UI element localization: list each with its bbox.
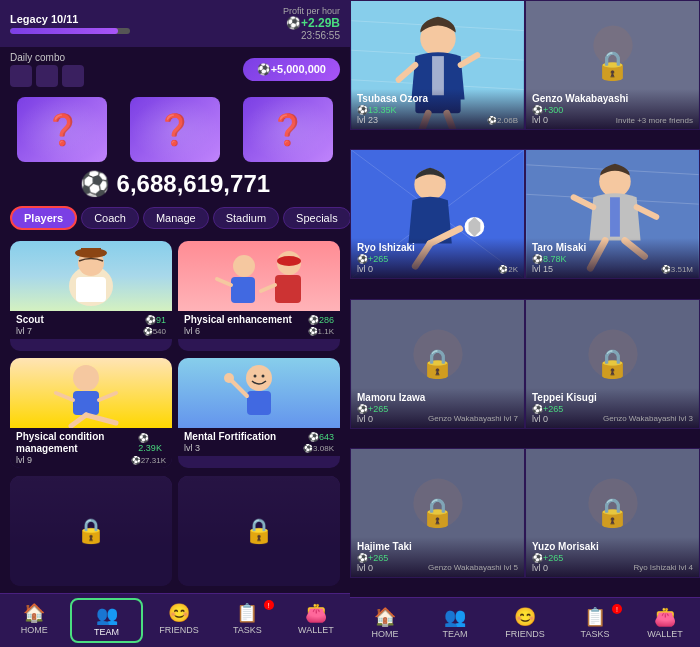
genzo-name: Genzo Wakabayashi: [532, 93, 693, 105]
wallet-label-right: WALLET: [647, 629, 683, 639]
tsubasa-overlay: Tsubasa Ozora ⚽13.35K lvl 23 ⚽2.06B: [351, 89, 524, 129]
wallet-icon-right: 👛: [654, 606, 676, 628]
nav-wallet-right[interactable]: 👛 WALLET: [630, 602, 700, 643]
bonus-button[interactable]: ⚽+5,000,000: [243, 58, 340, 81]
home-label-left: HOME: [21, 625, 48, 635]
svg-rect-49: [610, 198, 620, 237]
taro-name: Taro Misaki: [532, 242, 693, 254]
nav-team-right[interactable]: 👥 TEAM: [420, 602, 490, 643]
genzo-info: ⚽+300: [532, 105, 693, 115]
legacy-info: Legacy 10/11: [10, 13, 130, 34]
tab-specials[interactable]: Specials: [283, 207, 350, 229]
tab-stadium[interactable]: Stadium: [213, 207, 279, 229]
upgrade-card-phys-enhance[interactable]: Physical enhancement ⚽286 lvl 6 ⚽1.1K: [178, 241, 340, 351]
svg-rect-7: [275, 275, 301, 303]
yuzo-lock-icon: 🔒: [595, 496, 630, 529]
phys-enhance-name: Physical enhancement: [184, 314, 292, 326]
profit-value: ⚽+2.29B: [283, 16, 340, 30]
svg-rect-10: [231, 277, 255, 303]
tab-coach[interactable]: Coach: [81, 207, 139, 229]
phys-cond-profit: ⚽2.39K: [138, 433, 166, 453]
taro-cost: ⚽3.51M: [661, 265, 693, 274]
nav-friends-left[interactable]: 😊 FRIENDS: [145, 598, 213, 643]
hajime-level: lvl 0: [357, 563, 373, 573]
combo-box-2: [36, 65, 58, 87]
genzo-info2: lvl 0 Invite +3 more friends: [532, 115, 693, 125]
svg-point-9: [233, 255, 255, 277]
svg-line-17: [56, 393, 73, 400]
svg-point-8: [277, 256, 301, 266]
nav-home-left[interactable]: 🏠 HOME: [0, 598, 68, 643]
tasks-badge-right: !: [612, 604, 622, 614]
mental-fort-meta2: lvl 3 ⚽3.08K: [184, 443, 334, 453]
phys-enhance-profit: ⚽286: [308, 315, 334, 325]
nav-tasks-right[interactable]: ! 📋 TASKS: [560, 602, 630, 643]
teppei-profit: ⚽+265: [532, 404, 563, 414]
profit-timer: 23:56:55: [283, 30, 340, 41]
upgrade-card-mental-fort[interactable]: Mental Fortification ⚽643 lvl 3 ⚽3.08K: [178, 358, 340, 468]
genzo-overlay: Genzo Wakabayashi ⚽+300 lvl 0 Invite +3 …: [526, 89, 699, 129]
nav-tasks-left[interactable]: ! 📋 TASKS: [213, 598, 281, 643]
top-bar: Legacy 10/11 Profit per hour ⚽+2.29B 23:…: [0, 0, 350, 47]
mental-fort-profit: ⚽643: [308, 432, 334, 442]
player-card-genzo[interactable]: 🔒 Genzo Wakabayashi ⚽+300 lvl 0 Invite +…: [525, 0, 700, 130]
hajime-info: ⚽+265: [357, 553, 518, 563]
tab-manage[interactable]: Manage: [143, 207, 209, 229]
lock-overlay-2: 🔒: [178, 476, 340, 586]
phys-cond-cost: ⚽27.31K: [131, 456, 166, 465]
player-card-ryo[interactable]: Ryo Ishizaki ⚽+265 lvl 0 ⚽2K: [350, 149, 525, 279]
hajime-profit: ⚽+265: [357, 553, 388, 563]
upgrade-grid: Scout ⚽91 lvl 7 ⚽540: [0, 235, 350, 593]
tabs-row: Players Coach Manage Stadium Specials: [0, 201, 350, 235]
svg-point-24: [224, 373, 234, 383]
svg-rect-5: [76, 277, 106, 302]
taro-info2: lvl 15 ⚽3.51M: [532, 264, 693, 274]
phys-enhance-art: [178, 241, 340, 311]
combo-box-1: [10, 65, 32, 87]
taro-info: ⚽8.78K: [532, 254, 693, 264]
mystery-cards-row: ❓ ❓ ❓: [0, 92, 350, 167]
tab-players[interactable]: Players: [10, 206, 77, 230]
upgrade-card-phys-cond[interactable]: Physical condition management ⚽2.39K lvl…: [10, 358, 172, 468]
profit-box: Profit per hour ⚽+2.29B 23:56:55: [283, 6, 340, 41]
nav-friends-right[interactable]: 😊 FRIENDS: [490, 602, 560, 643]
mystery-card-2[interactable]: ❓: [130, 97, 220, 162]
tasks-icon-left: 📋: [236, 602, 258, 624]
player-card-yuzo[interactable]: 🔒 Yuzo Morisaki ⚽+265 lvl 0 Ryo Ishizaki…: [525, 448, 700, 578]
svg-line-16: [71, 415, 86, 426]
team-label-left: TEAM: [94, 627, 119, 637]
yuzo-info2: lvl 0 Ryo Ishizaki lvl 4: [532, 563, 693, 573]
player-card-tsubasa[interactable]: Tsubasa Ozora ⚽13.35K lvl 23 ⚽2.06B: [350, 0, 525, 130]
combo-boxes: [10, 65, 84, 87]
scout-art: [10, 241, 172, 311]
ryo-overlay: Ryo Ishizaki ⚽+265 lvl 0 ⚽2K: [351, 238, 524, 278]
scout-meta2: lvl 7 ⚽540: [16, 326, 166, 336]
nav-home-right[interactable]: 🏠 HOME: [350, 602, 420, 643]
nav-team-left[interactable]: 👥 TEAM: [70, 598, 142, 643]
team-icon-right: 👥: [444, 606, 466, 628]
hajime-info2: lvl 0 Genzo Wakabayashi lvl 5: [357, 563, 518, 573]
mystery-card-1[interactable]: ❓: [17, 97, 107, 162]
tsubasa-level: lvl 23: [357, 115, 378, 125]
home-icon-left: 🏠: [23, 602, 45, 624]
nav-wallet-left[interactable]: 👛 WALLET: [282, 598, 350, 643]
home-label-right: HOME: [372, 629, 399, 639]
player-card-teppei[interactable]: 🔒 Teppei Kisugi ⚽+265 lvl 0 Genzo Wakaba…: [525, 299, 700, 429]
mamoru-level: lvl 0: [357, 414, 373, 424]
mystery-card-3[interactable]: ❓: [243, 97, 333, 162]
tsubasa-info2: lvl 23 ⚽2.06B: [357, 115, 518, 125]
teppei-info: ⚽+265: [532, 404, 693, 414]
player-card-mamoru[interactable]: 🔒 Mamoru Izawa ⚽+265 lvl 0 Genzo Wakabay…: [350, 299, 525, 429]
upgrade-card-scout[interactable]: Scout ⚽91 lvl 7 ⚽540: [10, 241, 172, 351]
player-card-hajime[interactable]: 🔒 Hajime Taki ⚽+265 lvl 0 Genzo Wakabaya…: [350, 448, 525, 578]
mamoru-info2: lvl 0 Genzo Wakabayashi lvl 7: [357, 414, 518, 424]
upgrade-card-locked-1[interactable]: 🔒: [10, 476, 172, 586]
mamoru-overlay: Mamoru Izawa ⚽+265 lvl 0 Genzo Wakabayas…: [351, 388, 524, 428]
tasks-label-right: TASKS: [581, 629, 610, 639]
ryo-name: Ryo Ishizaki: [357, 242, 518, 254]
upgrade-card-locked-2[interactable]: 🔒: [178, 476, 340, 586]
balance-row: ⚽ 6,688,619,771: [0, 167, 350, 201]
player-card-taro[interactable]: Taro Misaki ⚽8.78K lvl 15 ⚽3.51M: [525, 149, 700, 279]
svg-point-20: [254, 375, 257, 378]
combo-box-3: [62, 65, 84, 87]
